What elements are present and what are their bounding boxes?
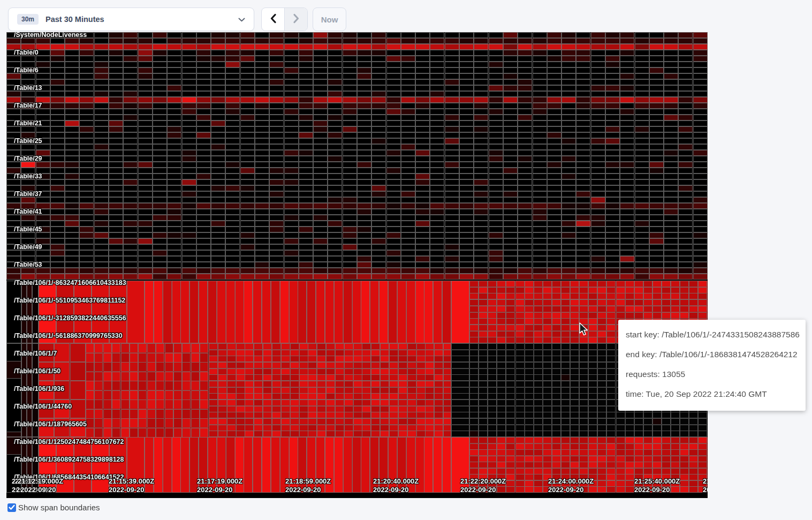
now-button[interactable]: Now [313,7,346,31]
heatmap-canvas[interactable] [6,32,708,498]
chevron-left-icon [270,13,277,26]
time-back-button[interactable] [262,8,284,31]
time-nav-group [261,7,308,31]
key-visualizer-page: 30m Past 30 Minutes Now /System/NodeLive… [0,0,812,520]
time-window-badge: 30m [17,14,39,25]
checkmark-icon [9,503,15,513]
show-span-boundaries-label: Show span boundaries [18,503,100,512]
time-forward-button[interactable] [284,8,307,31]
footer-controls: Show span boundaries [7,503,100,512]
time-window-select[interactable]: 30m Past 30 Minutes [8,7,254,31]
chevron-right-icon [293,13,300,26]
time-window-label: Past 30 Minutes [45,15,231,24]
tooltip-end-key: end key: /Table/106/1/-18683814745282642… [626,344,798,364]
heatmap-tooltip: start key: /Table/106/1/-247433150824388… [618,320,806,411]
tooltip-requests: requests: 13055 [626,364,798,384]
chevron-down-icon [238,14,245,24]
show-span-boundaries-checkbox[interactable] [7,503,16,512]
tooltip-time: time: Tue, 20 Sep 2022 21:24:40 GMT [626,384,798,404]
key-visualizer-heatmap[interactable]: /System/NodeLiveness/Table/0/Table/6/Tab… [6,32,708,498]
tooltip-start-key: start key: /Table/106/1/-247433150824388… [626,325,798,344]
